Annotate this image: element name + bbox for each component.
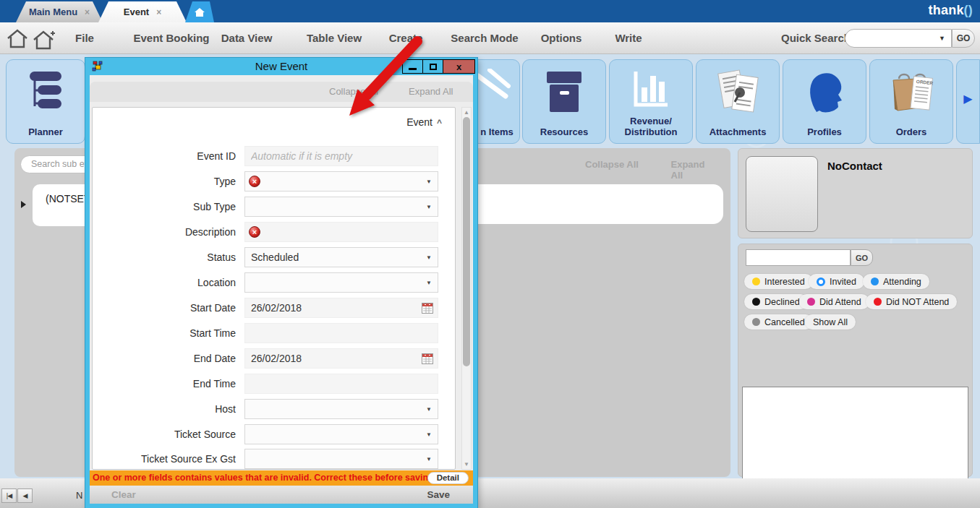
ticket-source-ex-gst-select[interactable]: ▼ — [244, 449, 438, 469]
type-select[interactable]: × ▼ — [244, 171, 438, 191]
clear-button[interactable]: Clear — [111, 486, 136, 504]
field-label-end-date: End Date — [93, 348, 236, 369]
home-tab[interactable] — [185, 1, 214, 22]
pager-prev-button[interactable]: ◀ — [17, 488, 33, 503]
tile-items-clipped[interactable]: n Items — [474, 59, 520, 144]
filter-label: Declined — [764, 297, 800, 307]
menu-bar: File Event Booking Data View Table View … — [0, 22, 980, 54]
calendar-icon[interactable] — [422, 353, 433, 364]
sub-type-select[interactable]: ▼ — [244, 197, 438, 217]
end-time-field[interactable] — [244, 374, 438, 394]
filter-interested[interactable]: Interested — [744, 274, 813, 289]
status-dot — [752, 277, 760, 285]
menu-options[interactable]: Options — [541, 32, 582, 44]
tab-event[interactable]: Event × — [98, 1, 187, 22]
minimize-icon — [409, 68, 417, 70]
scroll-up-icon[interactable]: ▲ — [462, 109, 471, 116]
contact-search-input[interactable] — [746, 249, 851, 266]
quick-search-go-button[interactable]: GO — [952, 29, 975, 48]
logo-text: thank — [929, 3, 964, 17]
field-label-end-time: End Time — [93, 374, 236, 394]
chevron-down-icon[interactable]: ▼ — [426, 204, 432, 210]
tile-label: Orders — [896, 126, 927, 137]
contact-search-go-button[interactable]: GO — [851, 249, 873, 266]
save-button[interactable]: Save — [427, 486, 450, 504]
filter-declined[interactable]: Declined — [744, 294, 808, 309]
menu-create[interactable]: Create — [389, 32, 423, 44]
description-field[interactable]: × — [244, 222, 438, 242]
scrollbar-thumb[interactable] — [463, 117, 470, 366]
dialog-app-icon — [92, 61, 103, 72]
ticket-source-select[interactable]: ▼ — [244, 424, 438, 444]
event-id-field[interactable] — [244, 146, 438, 166]
filter-show-all[interactable]: Show All — [805, 314, 856, 330]
chevron-down-icon[interactable]: ▼ — [426, 178, 432, 185]
expand-all-button[interactable]: Expand All — [409, 86, 453, 97]
menu-search-mode[interactable]: Search Mode — [451, 32, 518, 44]
status-select[interactable]: Scheduled ▼ — [244, 247, 438, 267]
minimize-button[interactable] — [402, 59, 423, 74]
tile-orders[interactable]: ORDER Orders — [869, 59, 953, 144]
menu-write[interactable]: Write — [615, 32, 642, 44]
filter-attending[interactable]: Attending — [863, 274, 929, 289]
close-tab-icon[interactable]: × — [156, 7, 161, 17]
tab-main-menu[interactable]: Main Menu × — [16, 1, 103, 22]
home-icon[interactable] — [6, 28, 29, 48]
chevron-down-icon[interactable]: ▼ — [426, 406, 432, 413]
chevron-down-icon[interactable]: ▼ — [426, 254, 432, 261]
field-label-description: Description — [93, 222, 236, 242]
validation-warning-bar: One or more fields contains values that … — [90, 470, 473, 486]
menu-data-view[interactable]: Data View — [221, 32, 273, 44]
location-select[interactable]: ▼ — [244, 272, 438, 293]
maximize-button[interactable] — [422, 59, 443, 74]
field-value: 26/02/2018 — [251, 298, 302, 317]
close-tab-icon[interactable]: × — [85, 7, 90, 17]
filter-invited[interactable]: Invited — [809, 274, 864, 289]
expand-arrow-icon[interactable] — [21, 201, 26, 208]
dialog-scrollbar[interactable]: ▲ ▼ — [461, 107, 472, 470]
event-id-input[interactable] — [245, 147, 438, 165]
dialog-footer: Clear Save — [90, 486, 473, 504]
chevron-down-icon[interactable]: ▼ — [426, 456, 432, 462]
detail-button[interactable]: Detail — [427, 472, 469, 484]
filter-did-attend[interactable]: Did Attend — [799, 294, 869, 309]
collapse-all-button[interactable]: Collapse All — [585, 159, 639, 170]
tile-attachments[interactable]: Attachments — [696, 59, 780, 144]
field-label-sub-type: Sub Type — [93, 197, 236, 217]
pager-first-button[interactable]: |◀ — [1, 488, 17, 503]
filter-did-not-attend[interactable]: Did NOT Attend — [866, 294, 957, 309]
chevron-down-icon[interactable]: ▼ — [939, 35, 945, 42]
calendar-icon[interactable] — [422, 303, 433, 314]
tile-planner[interactable]: Planner — [6, 59, 85, 144]
filter-label: Did Attend — [819, 297, 861, 307]
filter-cancelled[interactable]: Cancelled — [744, 314, 813, 330]
more-tiles-arrow-icon[interactable]: ▶ — [963, 92, 972, 106]
status-dot — [807, 298, 815, 306]
menu-event-booking[interactable]: Event Booking — [133, 32, 209, 44]
menu-table-view[interactable]: Table View — [307, 32, 362, 44]
home-plus-icon[interactable] — [32, 28, 58, 50]
validation-error-icon: × — [249, 226, 260, 238]
chevron-down-icon[interactable]: ▼ — [426, 280, 432, 286]
tile-more-clipped[interactable]: ▶ — [956, 59, 980, 144]
end-date-field[interactable]: 26/02/2018 — [244, 348, 438, 369]
status-dot — [752, 318, 760, 326]
tile-revenue-distribution[interactable]: Revenue/ Distribution — [609, 59, 693, 144]
tile-resources[interactable]: Resources — [522, 59, 606, 144]
orders-bag-icon: ORDER — [870, 69, 953, 116]
tile-profiles[interactable]: Profiles — [783, 59, 866, 144]
collapse-all-button[interactable]: Collapse All — [329, 86, 378, 97]
items-icon — [474, 69, 519, 113]
section-header-event[interactable]: Event^ — [406, 116, 442, 128]
start-date-field[interactable]: 26/02/2018 — [244, 298, 438, 318]
host-select[interactable]: ▼ — [244, 399, 438, 419]
filter-label: Invited — [830, 277, 856, 287]
close-button[interactable]: x — [443, 59, 475, 74]
quick-search-input[interactable]: ▼ — [845, 29, 952, 48]
scroll-down-icon[interactable]: ▼ — [462, 461, 471, 468]
expand-all-button[interactable]: Expand All — [671, 159, 711, 181]
menu-file[interactable]: File — [75, 32, 94, 44]
collapse-caret-icon[interactable]: ^ — [437, 118, 442, 128]
start-time-field[interactable] — [244, 323, 438, 343]
chevron-down-icon[interactable]: ▼ — [426, 431, 432, 438]
